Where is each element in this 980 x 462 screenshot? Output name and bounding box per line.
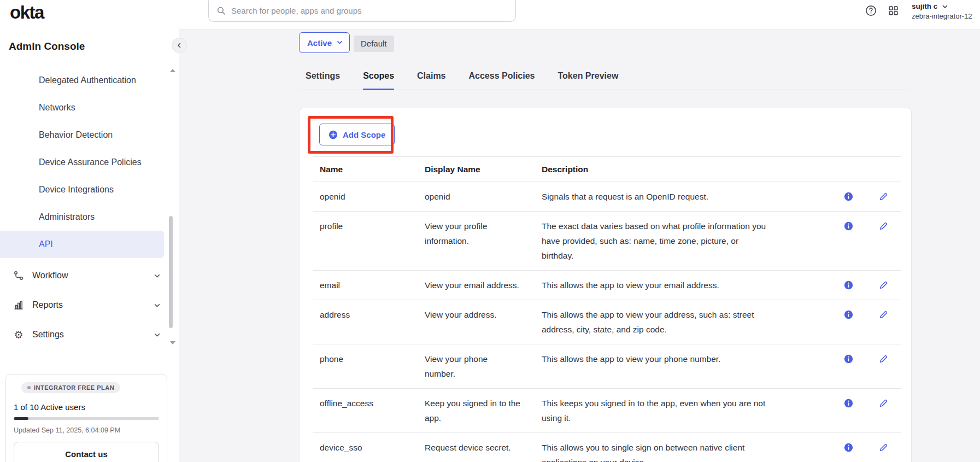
search-input[interactable] (231, 6, 508, 15)
scope-description: This allows you to single sign on betwee… (542, 440, 831, 462)
column-header-name: Name (313, 162, 425, 177)
scope-name: openid (313, 189, 425, 204)
plan-card: INTEGRATOR FREE PLAN 1 of 10 Active user… (5, 374, 167, 462)
sidebar-nav: Delegated Authentication Networks Behavi… (0, 67, 179, 258)
edit-pencil-icon[interactable] (879, 192, 888, 201)
table-row: email View your email address. This allo… (313, 271, 901, 300)
sidebar: okta Admin Console Delegated Authenticat… (0, 0, 179, 462)
table-row: phone View your phone number. This allow… (313, 344, 901, 389)
edit-pencil-icon[interactable] (879, 399, 888, 408)
sidebar-item[interactable]: Device Integrations (0, 176, 164, 203)
sidebar-item-workflow[interactable]: Workflow (0, 261, 179, 290)
gear-icon: ⚙ (13, 330, 24, 340)
tab[interactable]: Claims (417, 71, 445, 90)
sidebar-item[interactable]: Networks (0, 94, 164, 121)
info-icon[interactable] (844, 192, 853, 201)
scroll-up-arrow[interactable] (170, 69, 175, 72)
usage-progress-fill (14, 417, 28, 420)
scope-name: email (313, 278, 425, 293)
table-row: openid openid Signals that a request is … (313, 182, 901, 212)
edit-pencil-icon[interactable] (879, 354, 888, 364)
table-row: device_sso Request device secret. This a… (313, 433, 901, 462)
info-icon[interactable] (844, 399, 853, 408)
scope-description: This allows the app to view your email a… (542, 278, 831, 293)
user-menu[interactable]: sujith c zebra-integrator-12 (912, 2, 980, 20)
table-row: offline_access Keep you signed in to the… (313, 389, 901, 433)
scope-description: Signals that a request is an OpenID requ… (542, 189, 831, 204)
scope-name: profile (313, 219, 425, 263)
add-scope-button[interactable]: Add Scope (319, 124, 395, 145)
scope-display-name: View your phone number. (425, 352, 542, 381)
scope-name: device_sso (313, 440, 425, 462)
tab[interactable]: Access Policies (469, 71, 535, 90)
scope-description: This allows the app to view your phone n… (542, 352, 831, 381)
table-row: address View your address. This allows t… (313, 300, 901, 344)
chevron-down-icon (154, 302, 161, 309)
org-name: zebra-integrator-12 (912, 12, 980, 20)
scopes-card: Add Scope Name Display Name Description … (299, 108, 912, 462)
main-content: Active Default Settings Scopes Claims Ac… (179, 30, 980, 462)
info-icon[interactable] (844, 354, 853, 364)
scope-display-name: Request device secret. (425, 440, 542, 462)
info-icon[interactable] (844, 280, 853, 290)
contact-us-button[interactable]: Contact us (14, 442, 159, 462)
scope-display-name: View your profile information. (425, 219, 542, 263)
scope-name: address (313, 307, 425, 337)
info-icon[interactable] (844, 221, 853, 231)
caret-down-icon (337, 40, 343, 45)
user-name: sujith c (912, 2, 937, 10)
sidebar-item-reports[interactable]: Reports (0, 290, 179, 320)
scope-display-name: openid (425, 189, 542, 204)
scope-name: offline_access (313, 396, 425, 425)
sidebar-item[interactable]: Delegated Authentication (0, 67, 164, 94)
top-bar: sujith c zebra-integrator-12 (179, 0, 980, 30)
chevron-down-icon (154, 331, 161, 338)
plan-dot-icon (27, 386, 31, 389)
sidebar-item[interactable]: API (0, 231, 164, 258)
info-icon[interactable] (844, 443, 853, 452)
table-header: Name Display Name Description (313, 156, 901, 182)
scope-display-name: Keep you signed in to the app. (425, 396, 542, 425)
tab-bar: Settings Scopes Claims Access Policies T… (299, 71, 912, 90)
usage-progress-bar (14, 417, 159, 420)
sidebar-collapse-button[interactable] (172, 38, 187, 53)
table-row: profile View your profile information. T… (313, 212, 901, 271)
scope-description: This allows the app to view your address… (542, 307, 831, 337)
scopes-table: Name Display Name Description openid ope… (313, 156, 901, 462)
tab[interactable]: Settings (306, 71, 340, 90)
search-icon (216, 6, 226, 15)
sidebar-item[interactable]: Administrators (0, 203, 164, 231)
edit-pencil-icon[interactable] (879, 280, 888, 290)
column-header-display-name: Display Name (425, 162, 542, 177)
edit-pencil-icon[interactable] (879, 443, 888, 452)
tab[interactable]: Token Preview (558, 71, 618, 90)
default-badge: Default (354, 36, 394, 52)
edit-pencil-icon[interactable] (879, 221, 888, 231)
scope-description: The exact data varies based on what prof… (542, 219, 831, 263)
tab[interactable]: Scopes (363, 71, 394, 90)
sidebar-item[interactable]: Device Assurance Policies (0, 149, 164, 176)
plan-updated-timestamp: Updated Sep 11, 2025, 6:04:09 PM (14, 426, 159, 434)
scope-name: phone (313, 352, 425, 381)
sidebar-item[interactable]: Behavior Detection (0, 121, 164, 149)
scope-display-name: View your email address. (425, 278, 542, 293)
reports-icon (13, 300, 24, 311)
apps-grid-icon[interactable] (888, 5, 899, 16)
scope-display-name: View your address. (425, 307, 542, 337)
table-body: openid openid Signals that a request is … (313, 182, 901, 462)
active-users-count: 1 of 10 Active users (14, 402, 159, 412)
console-title: Admin Console (9, 40, 85, 52)
status-dropdown[interactable]: Active (299, 32, 350, 53)
workflow-icon (13, 270, 24, 281)
global-search[interactable] (208, 0, 516, 22)
plus-circle-icon (328, 130, 338, 139)
help-icon[interactable] (865, 5, 877, 16)
sidebar-item-settings[interactable]: ⚙ Settings (0, 320, 179, 349)
chevron-left-icon (176, 42, 183, 49)
plan-badge: INTEGRATOR FREE PLAN (21, 382, 120, 393)
column-header-description: Description (542, 162, 831, 177)
chevron-down-icon (942, 3, 948, 10)
edit-pencil-icon[interactable] (879, 310, 888, 319)
info-icon[interactable] (844, 310, 853, 319)
scope-description: This keeps you signed in to the app, eve… (542, 396, 831, 425)
